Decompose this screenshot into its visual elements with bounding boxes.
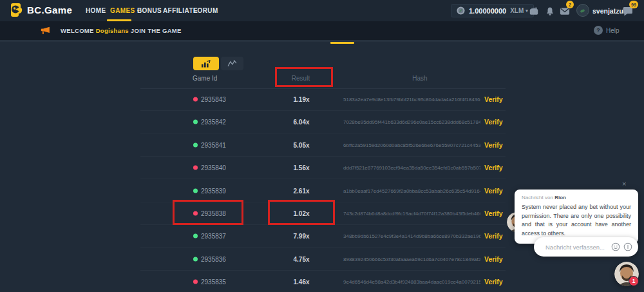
bar-chart-toggle-button[interactable]: [193, 57, 219, 70]
hash-value: 8988392450666c53f30afaaaea69c1d6a7c0407e…: [343, 257, 480, 262]
table-row: 2935836 4.75x 8988392450666c53f30afaaaea…: [140, 248, 506, 271]
attachment-icon[interactable]: [623, 242, 632, 251]
status-dot: [193, 97, 198, 102]
welcome-suffix: JOIN THE GAME: [129, 27, 182, 34]
status-dot: [193, 120, 198, 124]
hash-value: 348bb9db61527e4c9f3e4a1414d9b8ba66ce8970…: [343, 233, 480, 239]
table-row: 2935835 1.46x 9e4d6546d4e58a42d3b4f92488…: [140, 271, 506, 292]
game-id: 2935842: [201, 119, 226, 126]
table-row: 2935840 1.56x ddd7f521e87769103ecf94ea35…: [140, 157, 506, 179]
verify-link[interactable]: Verify: [484, 209, 503, 217]
table-row: 2935842 6.04x 7028be95dd95f441b633d6d296…: [140, 111, 506, 133]
verify-link[interactable]: Verify: [484, 141, 503, 149]
bell-button[interactable]: [543, 5, 557, 17]
status-dot: [193, 257, 198, 262]
result-value: 2.61x: [276, 188, 327, 195]
chat-message-text: System never placed any bet without your…: [522, 203, 631, 238]
welcome-bar: WELCOME Dogishans JOIN THE GAME ? Help: [0, 21, 644, 40]
coin-icon: [457, 6, 465, 15]
trend-chart-icon: [227, 60, 237, 67]
chat-close-button[interactable]: ×: [622, 180, 626, 188]
verify-link[interactable]: Verify: [484, 95, 503, 103]
table-row: 2935839 2.61x a1bb0eaaf17ed4527669f2a0bb…: [140, 180, 506, 202]
bar-chart-icon: [201, 60, 211, 68]
nav-games-label: GAMES: [110, 7, 135, 14]
status-dot: [193, 280, 198, 284]
content-divider: [0, 40, 644, 42]
result-value: 1.46x: [276, 278, 327, 286]
hash-value: a1bb0eaaf17ed4527669f2a0bba8cc53abab26c6…: [343, 188, 480, 194]
welcome-prefix: WELCOME: [61, 27, 96, 34]
welcome-username: Dogishans: [96, 27, 129, 34]
annotation-box-result-header: [275, 67, 333, 87]
nav-affiliate[interactable]: AFFILIATE: [163, 7, 198, 14]
nav-forum[interactable]: FORUM: [193, 7, 218, 14]
game-id: 2935837: [201, 233, 226, 240]
status-dot: [193, 189, 198, 193]
result-value: 6.04x: [276, 119, 327, 126]
nav-bonus[interactable]: BONUS: [137, 7, 162, 14]
game-id: 2935836: [201, 256, 226, 263]
game-id: 2935835: [201, 278, 226, 286]
result-value: 5.05x: [276, 142, 327, 149]
question-mark-icon: ?: [594, 26, 603, 35]
emoji-icon[interactable]: [611, 242, 620, 251]
game-id: 2935840: [201, 164, 226, 171]
chat-meta-prefix: Nachricht von: [522, 195, 554, 200]
nav-home[interactable]: HOME: [86, 7, 106, 14]
verify-link[interactable]: Verify: [484, 164, 503, 171]
table-row: 2935841 5.05x 6bffc2a59159d2060d0abc85f5…: [140, 134, 506, 157]
trend-chart-toggle-button[interactable]: [221, 57, 243, 70]
result-value: 1.56x: [276, 164, 327, 171]
active-tab-indicator: [330, 42, 354, 44]
hash-value: 5183a2ea7e9d8e13fb79bbf21bc9ffc804dada4a…: [343, 97, 480, 102]
chat-input[interactable]: [544, 243, 608, 251]
column-header-game-id: Game Id: [193, 75, 217, 82]
currency-label: XLM: [510, 7, 524, 14]
chat-message-bubble: Nachricht von Rion System never placed a…: [515, 190, 638, 244]
balance-selector[interactable]: 1.00000000 XLM ▾: [451, 4, 534, 17]
chat-panel-badge: 99: [629, 1, 638, 8]
column-header-hash: Hash: [405, 75, 435, 82]
result-value: 4.75x: [276, 256, 327, 263]
username-label: svenjatzu: [592, 7, 623, 15]
status-dot: [193, 166, 198, 170]
hash-value: 743c2d874b6d8a8dcdf9fc19acf4d70f74f12a38…: [343, 211, 480, 217]
result-value: 7.99x: [276, 233, 327, 240]
bcgame-logo-icon: [9, 3, 23, 17]
verify-link[interactable]: Verify: [484, 187, 503, 195]
chat-input-bar: [534, 237, 638, 257]
mail-badge: 2: [566, 1, 574, 8]
balance-amount: 1.00000000: [469, 7, 506, 15]
nav-games[interactable]: GAMES ▾: [110, 7, 140, 14]
verify-link[interactable]: Verify: [484, 232, 503, 240]
hash-value: 6bffc2a59159d2060d0abc85f526e6be676e5590…: [343, 142, 480, 148]
hash-value: 7028be95dd95f441b633d6d296e0ae15cc6238dd…: [343, 119, 480, 125]
brand-name: BC.Game: [27, 5, 72, 15]
result-value: 1.19x: [276, 96, 327, 103]
chat-message-meta: Nachricht von Rion: [522, 195, 631, 200]
table-row: 2935837 7.99x 348bb9db61527e4c9f3e4a1414…: [140, 225, 506, 248]
chat-sender-name: Rion: [554, 195, 566, 200]
megaphone-icon: [40, 26, 51, 35]
game-id: 2935839: [201, 188, 226, 195]
user-avatar[interactable]: [576, 4, 589, 17]
chat-unread-badge: 1: [629, 276, 639, 286]
verify-link[interactable]: Verify: [484, 278, 503, 286]
annotation-box-result-1-02x: [268, 200, 335, 225]
top-header: BC.Game HOME GAMES ▾ BONUS AFFILIATE FOR…: [0, 0, 644, 21]
table-row: 2935843 1.19x 5183a2ea7e9d8e13fb79bbf21b…: [140, 88, 506, 111]
brand-logo[interactable]: BC.Game: [9, 3, 72, 17]
verify-link[interactable]: Verify: [484, 255, 503, 263]
game-id: 2935843: [201, 96, 226, 103]
verify-link[interactable]: Verify: [484, 118, 503, 126]
wallet-button[interactable]: [527, 5, 541, 17]
game-id: 2935841: [201, 142, 226, 149]
help-button[interactable]: ? Help: [594, 26, 620, 35]
status-dot: [193, 234, 198, 238]
status-dot: [193, 143, 198, 148]
annotation-box-game-id-2935838: [173, 200, 243, 225]
welcome-message: WELCOME Dogishans JOIN THE GAME: [61, 27, 182, 34]
hash-value: ddd7f521e87769103ecf94ea35da50ee354efd1c…: [343, 165, 480, 171]
hash-value: 9e4d6546d4e58a42d3b4f924883baa4daac019ce…: [343, 279, 480, 285]
